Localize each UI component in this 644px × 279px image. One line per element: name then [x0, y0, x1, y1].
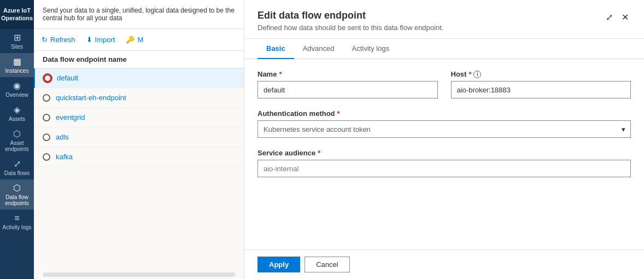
form-group-host: Host * i: [451, 70, 631, 98]
panel-description: Send your data to a single, unified, log…: [34, 0, 244, 29]
instances-icon: ▦: [13, 57, 21, 66]
close-icon: ✕: [622, 12, 629, 22]
data-flow-endpoints-icon: ⬡: [13, 184, 21, 193]
sidebar-item-data-flow-endpoints[interactable]: ⬡ Data flow endpoints: [0, 179, 34, 210]
asset-endpoints-icon: ⬡: [13, 130, 21, 138]
radio-quickstart[interactable]: [43, 94, 50, 102]
tab-activity-logs[interactable]: Activity logs: [343, 39, 399, 59]
auth-select-wrapper: Kubernetes service account token ▾: [257, 120, 631, 138]
form-group-service-audience: Service audience *: [257, 149, 631, 177]
radio-eventgrid[interactable]: [43, 114, 50, 121]
sidebar-item-data-flows[interactable]: ⤢ Data flows: [0, 155, 34, 179]
table-row[interactable]: eventgrid: [34, 108, 244, 127]
refresh-icon: ↻: [42, 36, 48, 44]
dialog-subtitle: Defined how data should be sent to this …: [257, 24, 443, 32]
close-button[interactable]: ✕: [619, 10, 631, 25]
expand-button[interactable]: ⤢: [604, 10, 615, 25]
sidebar-item-label: Data flows: [4, 170, 30, 176]
row-name[interactable]: eventgrid: [56, 113, 85, 121]
import-icon: ⬇: [86, 36, 92, 44]
host-input[interactable]: [451, 81, 631, 98]
import-button[interactable]: ⬇ Import: [85, 33, 116, 46]
dialog-header-text: Edit data flow endpoint Defined how data…: [257, 10, 443, 32]
sidebar-item-instances[interactable]: ▦ Instances: [0, 53, 34, 77]
assets-icon: ◈: [14, 106, 20, 114]
data-flows-icon: ⤢: [14, 160, 21, 168]
table-row[interactable]: default: [34, 68, 244, 88]
expand-icon: ⤢: [606, 12, 613, 22]
host-label: Host * i: [451, 70, 631, 78]
sidebar-item-activity-logs[interactable]: ≡ Activity logs: [0, 210, 34, 234]
scrollbar[interactable]: [43, 272, 235, 277]
table-row[interactable]: adls: [34, 127, 244, 147]
radio-default[interactable]: [44, 74, 51, 82]
dialog-tabs: Basic Advanced Activity logs: [244, 39, 644, 59]
import-label: Import: [95, 36, 115, 44]
required-indicator: *: [337, 109, 340, 118]
dialog-header-actions: ⤢ ✕: [604, 10, 631, 25]
table-column-header: Data flow endpoint name: [34, 51, 244, 68]
info-icon[interactable]: i: [473, 71, 481, 78]
sidebar-item-sites[interactable]: ⊞ Sites: [0, 29, 34, 53]
service-audience-input[interactable]: [257, 160, 631, 177]
sidebar-item-label: Data flow endpoints: [2, 194, 32, 206]
table-rows: default quickstart-eh-endpoint eventgrid…: [34, 68, 244, 270]
dialog-footer: Apply Cancel: [244, 249, 644, 279]
more-label: M: [137, 36, 143, 44]
overview-icon: ◉: [13, 82, 21, 90]
sidebar: Azure IoT Operations ⊞ Sites ▦ Instances…: [0, 0, 34, 279]
more-button[interactable]: 🔑 M: [125, 33, 144, 46]
app-title: Azure IoT Operations: [0, 0, 34, 29]
row-name[interactable]: adls: [56, 133, 69, 141]
refresh-button[interactable]: ↻ Refresh: [40, 33, 77, 46]
tab-advanced[interactable]: Advanced: [294, 39, 343, 59]
sidebar-item-label: Instances: [5, 68, 29, 74]
auth-label: Authentication method *: [257, 109, 631, 118]
radio-kafka[interactable]: [43, 153, 50, 161]
form-group-auth: Authentication method * Kubernetes servi…: [257, 109, 631, 138]
row-name[interactable]: default: [57, 74, 78, 82]
form-group-name: Name *: [257, 70, 438, 98]
required-indicator: *: [318, 149, 320, 157]
required-indicator: *: [279, 70, 282, 78]
sidebar-item-label: Asset endpoints: [2, 140, 32, 152]
row-name[interactable]: kafka: [56, 153, 73, 161]
activity-logs-icon: ≡: [14, 214, 19, 223]
tab-basic[interactable]: Basic: [257, 39, 294, 59]
auth-select[interactable]: Kubernetes service account token: [257, 120, 631, 138]
left-panel: Send your data to a single, unified, log…: [34, 0, 244, 279]
radio-adls[interactable]: [43, 133, 50, 141]
sidebar-item-label: Activity logs: [3, 224, 32, 230]
toolbar: ↻ Refresh ⬇ Import 🔑 M: [34, 29, 244, 51]
sidebar-item-label: Assets: [9, 116, 25, 122]
sites-icon: ⊞: [14, 33, 21, 42]
form-body: Name * Host * i Authentication method * …: [244, 59, 644, 249]
sidebar-item-asset-endpoints[interactable]: ⬡ Asset endpoints: [0, 125, 34, 155]
row-name[interactable]: quickstart-eh-endpoint: [56, 94, 126, 102]
service-audience-label: Service audience *: [257, 149, 631, 157]
edit-dialog: Edit data flow endpoint Defined how data…: [244, 0, 644, 279]
sidebar-item-assets[interactable]: ◈ Assets: [0, 101, 34, 125]
dialog-title: Edit data flow endpoint: [257, 10, 443, 21]
apply-button[interactable]: Apply: [257, 257, 300, 272]
key-icon: 🔑: [126, 36, 134, 44]
cancel-button[interactable]: Cancel: [305, 257, 349, 272]
name-label: Name *: [257, 70, 438, 78]
sidebar-item-overview[interactable]: ◉ Overview: [0, 77, 34, 101]
sidebar-item-label: Overview: [5, 92, 28, 98]
required-indicator: *: [469, 70, 471, 78]
table-row[interactable]: quickstart-eh-endpoint: [34, 88, 244, 108]
table-row[interactable]: kafka: [34, 147, 244, 167]
name-input[interactable]: [257, 81, 438, 98]
refresh-label: Refresh: [50, 36, 75, 44]
sidebar-item-label: Sites: [11, 44, 23, 50]
dialog-header: Edit data flow endpoint Defined how data…: [244, 0, 644, 39]
